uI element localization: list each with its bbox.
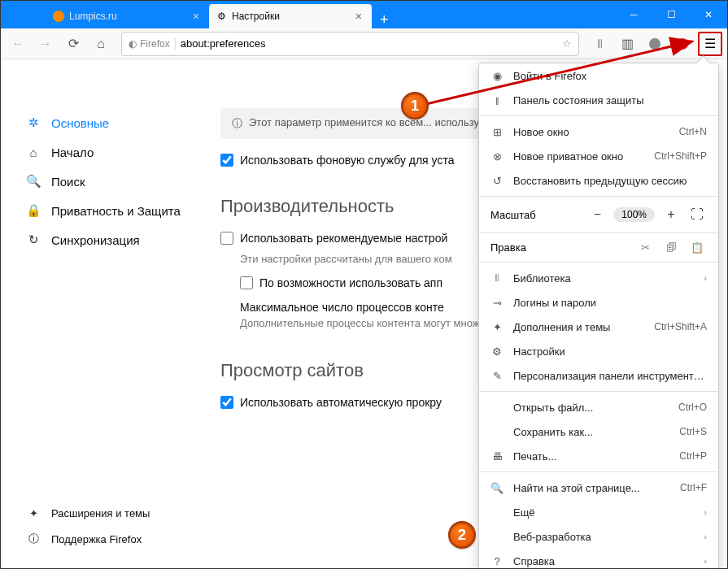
blank-icon bbox=[490, 530, 503, 543]
sidebar-item-privacy[interactable]: 🔒 Приватность и Защита bbox=[25, 196, 188, 225]
sync-icon: ↻ bbox=[25, 232, 41, 248]
zoom-in-button[interactable]: + bbox=[661, 205, 681, 224]
back-button[interactable]: ← bbox=[6, 32, 30, 56]
menu-print[interactable]: 🖶 Печать... Ctrl+P bbox=[479, 444, 718, 468]
home-button[interactable]: ⌂ bbox=[89, 32, 113, 56]
cut-button[interactable]: ✂ bbox=[635, 241, 655, 254]
menu-more[interactable]: Ещё › bbox=[479, 500, 718, 524]
chevron-right-icon: › bbox=[704, 556, 707, 566]
checkbox[interactable] bbox=[220, 396, 233, 409]
chevron-right-icon: › bbox=[704, 507, 707, 517]
menu-separator bbox=[479, 391, 718, 392]
settings-sidebar: ✲ Основные ⌂ Начало 🔍 Поиск 🔒 Приватност… bbox=[1, 59, 188, 568]
close-button[interactable]: ✕ bbox=[690, 1, 727, 28]
sidebar-item-label: Синхронизация bbox=[51, 233, 140, 247]
sidebar-item-search[interactable]: 🔍 Поиск bbox=[25, 167, 188, 196]
checkbox[interactable] bbox=[220, 154, 233, 167]
maximize-button[interactable]: ☐ bbox=[652, 1, 690, 28]
menu-separator bbox=[479, 196, 718, 197]
menu-protection-dashboard[interactable]: ⫿ Панель состояния защиты bbox=[479, 88, 718, 112]
app-menu-button[interactable]: ☰ bbox=[698, 32, 722, 56]
gear-icon: ⚙ bbox=[490, 345, 503, 358]
sidebar-item-home[interactable]: ⌂ Начало bbox=[25, 137, 188, 167]
menu-settings[interactable]: ⚙ Настройки bbox=[479, 339, 718, 363]
menu-open-file[interactable]: Открыть файл... Ctrl+O bbox=[479, 395, 718, 419]
url-identity: ◐Firefox bbox=[129, 38, 176, 50]
menu-find[interactable]: 🔍 Найти на этой странице... Ctrl+F bbox=[479, 476, 718, 500]
account-icon[interactable] bbox=[643, 32, 667, 56]
paste-button[interactable]: 📋 bbox=[687, 241, 707, 254]
sidebar-item-label: Основные bbox=[51, 116, 109, 130]
menu-addons[interactable]: ✦ Дополнения и темы Ctrl+Shift+A bbox=[479, 315, 718, 339]
check-label: Использовать автоматическую прокру bbox=[240, 396, 442, 409]
restore-icon: ↺ bbox=[490, 174, 503, 187]
url-bar[interactable]: ◐Firefox about:preferences ☆ bbox=[121, 32, 579, 56]
close-icon[interactable]: × bbox=[352, 10, 365, 23]
close-icon[interactable]: × bbox=[190, 10, 203, 23]
menu-shortcut: Ctrl+Shift+P bbox=[654, 150, 707, 162]
menu-shortcut: Ctrl+N bbox=[679, 126, 707, 137]
check-label: Использовать фоновую службу для уста bbox=[240, 154, 454, 167]
titlebar: Lumpics.ru × ⚙ Настройки × + ─ ☐ ✕ bbox=[1, 1, 727, 28]
menu-shortcut: Ctrl+S bbox=[679, 426, 707, 437]
menu-label: Панель состояния защиты bbox=[513, 94, 707, 106]
menu-label: Логины и пароли bbox=[513, 297, 707, 309]
help-icon: ? bbox=[490, 554, 503, 567]
menu-customize[interactable]: ✎ Персонализация панели инструментов... bbox=[479, 363, 718, 388]
menu-library[interactable]: ⫴ Библиотека › bbox=[479, 266, 718, 290]
checkbox[interactable] bbox=[240, 276, 253, 289]
search-icon: 🔍 bbox=[490, 481, 503, 494]
account-icon: ◉ bbox=[490, 69, 503, 82]
new-tab-button[interactable]: + bbox=[372, 11, 397, 28]
menu-zoom: Масштаб − 100% + ⛶ bbox=[479, 200, 718, 229]
minimize-button[interactable]: ─ bbox=[615, 1, 652, 28]
app-menu: ◉ Войти в Firefox ⫿ Панель состояния защ… bbox=[478, 63, 719, 569]
menu-new-private-window[interactable]: ⊗ Новое приватное окно Ctrl+Shift+P bbox=[479, 144, 718, 168]
blank-icon bbox=[490, 401, 503, 414]
checkbox[interactable] bbox=[220, 232, 233, 245]
fullscreen-button[interactable]: ⛶ bbox=[687, 205, 707, 224]
gear-icon: ⚙ bbox=[216, 11, 227, 22]
menu-web-developer[interactable]: Веб-разработка › bbox=[479, 524, 718, 549]
sidebar-item-sync[interactable]: ↻ Синхронизация bbox=[25, 225, 188, 254]
blank-icon bbox=[490, 425, 503, 438]
sidebar-item-label: Приватность и Защита bbox=[51, 204, 181, 218]
sidebar-item-general[interactable]: ✲ Основные bbox=[25, 108, 188, 137]
tab-lumpics[interactable]: Lumpics.ru × bbox=[46, 4, 209, 28]
window-icon: ⊞ bbox=[490, 125, 503, 138]
menu-label: Персонализация панели инструментов... bbox=[513, 370, 707, 382]
chevron-right-icon: › bbox=[704, 532, 707, 541]
menu-shortcut: Ctrl+Shift+A bbox=[654, 321, 707, 332]
key-icon: ⊸ bbox=[490, 296, 503, 309]
zoom-percent[interactable]: 100% bbox=[613, 207, 655, 222]
menu-label: Ещё bbox=[513, 506, 694, 519]
menu-new-window[interactable]: ⊞ Новое окно Ctrl+N bbox=[479, 119, 718, 144]
menu-label: Библиотека bbox=[513, 272, 694, 284]
library-icon[interactable]: ⫴ bbox=[587, 32, 612, 56]
sidebar-item-extensions[interactable]: ✦ Расширения и темы bbox=[25, 500, 150, 526]
extension-icon[interactable] bbox=[670, 32, 695, 56]
sidebar-icon[interactable]: ▥ bbox=[615, 32, 639, 56]
blank-icon bbox=[490, 506, 503, 519]
tab-label: Lumpics.ru bbox=[69, 11, 117, 22]
site-icon bbox=[53, 11, 64, 22]
help-icon: ⓘ bbox=[25, 531, 41, 547]
menu-label: Восстановить предыдущую сессию bbox=[513, 175, 707, 187]
sidebar-item-support[interactable]: ⓘ Поддержка Firefox bbox=[25, 526, 150, 552]
menu-help[interactable]: ? Справка › bbox=[479, 549, 718, 569]
menu-logins[interactable]: ⊸ Логины и пароли bbox=[479, 290, 718, 315]
menu-signin[interactable]: ◉ Войти в Firefox bbox=[479, 63, 718, 88]
zoom-out-button[interactable]: − bbox=[587, 205, 607, 224]
edit-label: Правка bbox=[490, 241, 629, 254]
tab-settings[interactable]: ⚙ Настройки × bbox=[209, 4, 372, 28]
copy-button[interactable]: 🗐 bbox=[661, 241, 681, 254]
menu-save-as[interactable]: Сохранить как... Ctrl+S bbox=[479, 419, 718, 444]
menu-restore-session[interactable]: ↺ Восстановить предыдущую сессию bbox=[479, 168, 718, 193]
menu-label: Войти в Firefox bbox=[513, 70, 707, 82]
library-icon: ⫴ bbox=[490, 271, 503, 284]
reload-button[interactable]: ⟳ bbox=[61, 32, 85, 56]
bookmark-star-icon[interactable]: ☆ bbox=[562, 37, 572, 50]
menu-label: Веб-разработка bbox=[513, 531, 694, 543]
menu-shortcut: Ctrl+O bbox=[678, 402, 707, 413]
forward-button[interactable]: → bbox=[33, 32, 58, 56]
